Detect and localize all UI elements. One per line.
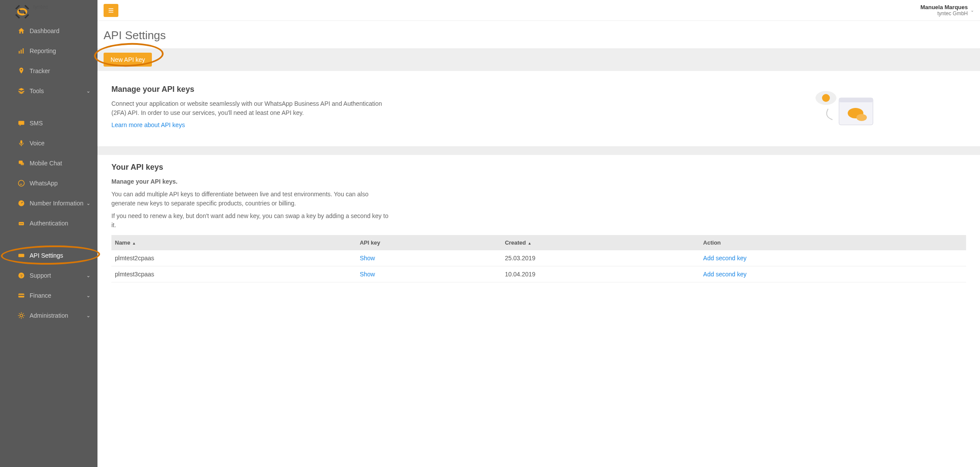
chat-mobile-icon xyxy=(17,159,25,167)
sidebar-item-label: API Settings xyxy=(30,252,63,259)
api-keys-table: Name▲ API key Created▲ Action plmtest2cp… xyxy=(111,235,966,282)
manage-card: Manage your API keys Connect your applic… xyxy=(104,77,974,137)
chevron-down-icon: ⌄ xyxy=(86,200,91,206)
cell-apikey: Show xyxy=(356,250,501,266)
chevron-down-icon: ⌄ xyxy=(970,8,974,13)
add-second-key-link[interactable]: Add second key xyxy=(703,255,747,262)
your-keys-heading: Your API keys xyxy=(111,163,966,172)
sidebar-item-label: Tracker xyxy=(30,67,50,74)
show-key-link[interactable]: Show xyxy=(360,255,375,262)
sidebar-item-mobile-chat[interactable]: Mobile Chat xyxy=(0,153,97,173)
auth-icon xyxy=(17,219,25,227)
new-api-key-button[interactable]: New API key xyxy=(104,53,152,67)
svg-point-21 xyxy=(20,314,23,317)
show-key-link[interactable]: Show xyxy=(360,271,375,278)
svg-point-2 xyxy=(24,12,26,14)
sidebar-item-tools[interactable]: Tools ⌄ xyxy=(0,81,97,101)
user-company: tyntec GmbH xyxy=(920,10,968,17)
user-name: Manuela Marques xyxy=(920,4,968,11)
menu-icon xyxy=(107,7,114,14)
sidebar-divider xyxy=(0,233,97,245)
your-keys-para1: You can add multiple API keys to differe… xyxy=(111,190,390,208)
pin-icon xyxy=(17,67,25,75)
your-keys-para2: If you need to renew a key, but don't wa… xyxy=(111,212,390,230)
chevron-down-icon: ⌄ xyxy=(86,272,91,279)
mic-icon xyxy=(17,139,25,147)
whatsapp-icon xyxy=(17,179,25,187)
support-icon: ? xyxy=(17,272,25,279)
sidebar-item-label: Authentication xyxy=(30,220,68,227)
svg-rect-20 xyxy=(18,295,24,296)
svg-rect-4 xyxy=(21,50,22,54)
chevron-down-icon: ⌄ xyxy=(86,312,91,319)
col-created[interactable]: Created▲ xyxy=(501,235,700,250)
sidebar-item-api-settings[interactable]: API Settings xyxy=(0,245,97,265)
gauge-icon xyxy=(17,199,25,207)
svg-point-15 xyxy=(22,223,23,224)
sidebar-item-whatsapp[interactable]: WhatsApp xyxy=(0,173,97,193)
brand-name: tyntec xyxy=(33,3,48,10)
sidebar-item-label: Dashboard xyxy=(30,27,60,34)
sidebar-item-administration[interactable]: Administration ⌄ xyxy=(0,306,97,326)
stack-icon xyxy=(17,87,25,95)
svg-point-23 xyxy=(822,94,830,102)
sidebar-item-number-information[interactable]: Number Information ⌄ xyxy=(0,193,97,213)
hamburger-button[interactable] xyxy=(104,4,118,17)
sidebar-item-label: SMS xyxy=(30,120,43,127)
sidebar-item-reporting[interactable]: Reporting xyxy=(0,41,97,61)
brand-logo: tyntec xyxy=(13,3,48,21)
svg-rect-9 xyxy=(21,163,24,165)
main-area: Manuela Marques tyntec GmbH ⌄ API Settin… xyxy=(97,0,980,467)
sidebar-item-finance[interactable]: Finance ⌄ xyxy=(0,286,97,306)
svg-rect-25 xyxy=(839,98,873,102)
sidebar: tyntec Dashboard Reporting Tracker Tools… xyxy=(0,0,97,467)
svg-point-14 xyxy=(21,223,22,224)
sidebar-item-voice[interactable]: Voice xyxy=(0,133,97,153)
cell-name: plmtest2cpaas xyxy=(111,250,356,266)
svg-point-27 xyxy=(856,114,867,121)
sidebar-item-label: Mobile Chat xyxy=(30,160,62,167)
add-second-key-link[interactable]: Add second key xyxy=(703,271,747,278)
sort-asc-icon: ▲ xyxy=(528,241,532,245)
brand-mark-icon xyxy=(13,3,31,21)
sidebar-item-label: Support xyxy=(30,272,51,279)
api-icon xyxy=(17,252,25,259)
sidebar-item-label: Reporting xyxy=(30,47,56,54)
action-bar: New API key xyxy=(97,48,980,71)
your-keys-sub: Manage your API keys. xyxy=(111,177,390,186)
sidebar-item-dashboard[interactable]: Dashboard xyxy=(0,21,97,41)
learn-more-link[interactable]: Learn more about API keys xyxy=(111,121,185,128)
cell-action: Add second key xyxy=(700,266,966,282)
col-apikey[interactable]: API key xyxy=(356,235,501,250)
sidebar-item-sms[interactable]: SMS xyxy=(0,113,97,133)
illustration-icon xyxy=(809,85,878,137)
sidebar-item-support[interactable]: ? Support ⌄ xyxy=(0,265,97,286)
page-title: API Settings xyxy=(104,29,974,42)
chevron-down-icon: ⌄ xyxy=(86,292,91,299)
svg-rect-16 xyxy=(18,254,24,257)
your-keys-card: Your API keys Manage your API keys. You … xyxy=(104,155,974,290)
section-divider xyxy=(97,146,980,155)
cell-created: 10.04.2019 xyxy=(501,266,700,282)
user-menu[interactable]: Manuela Marques tyntec GmbH ⌄ xyxy=(920,4,974,17)
table-row: plmtest3cpaasShow10.04.2019Add second ke… xyxy=(111,266,966,282)
svg-point-10 xyxy=(18,180,24,186)
cell-name: plmtest3cpaas xyxy=(111,266,356,282)
sidebar-item-tracker[interactable]: Tracker xyxy=(0,61,97,81)
sidebar-item-authentication[interactable]: Authentication xyxy=(0,213,97,233)
sms-icon xyxy=(17,119,25,127)
sidebar-item-label: Tools xyxy=(30,87,44,94)
sort-asc-icon: ▲ xyxy=(132,241,136,245)
sidebar-item-label: Finance xyxy=(30,292,51,299)
home-icon xyxy=(17,27,25,35)
svg-rect-6 xyxy=(18,121,24,125)
svg-rect-3 xyxy=(19,51,20,54)
gear-icon xyxy=(17,312,25,319)
svg-rect-5 xyxy=(23,48,23,54)
col-name[interactable]: Name▲ xyxy=(111,235,356,250)
cell-apikey: Show xyxy=(356,266,501,282)
manage-body: Connect your application or website seam… xyxy=(111,99,390,118)
col-action: Action xyxy=(700,235,966,250)
sidebar-divider xyxy=(0,101,97,113)
card-icon xyxy=(17,292,25,299)
